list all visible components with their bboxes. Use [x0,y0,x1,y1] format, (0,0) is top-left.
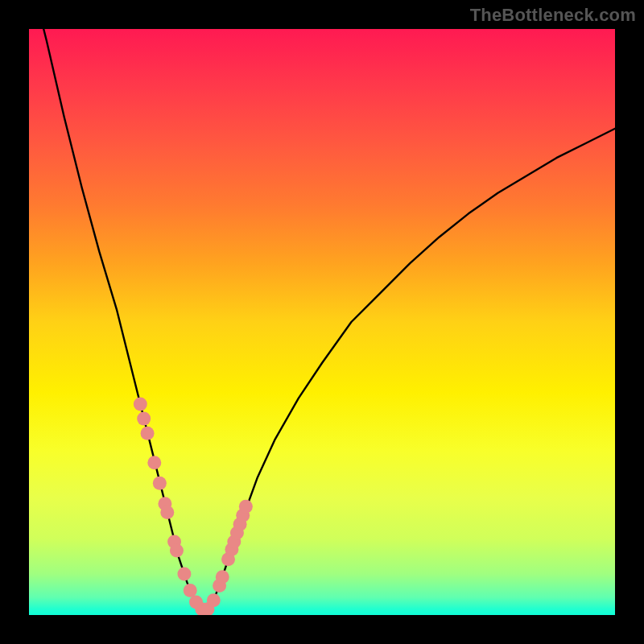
data-point [160,506,174,519]
data-point-markers [134,397,253,615]
data-point [170,543,184,557]
data-point [184,584,197,597]
data-point [147,456,161,469]
data-point [207,593,221,607]
data-point [216,570,229,584]
data-point [141,427,155,440]
bottleneck-curve [29,29,615,609]
chart-container: TheBottleneck.com [0,0,644,644]
data-point [134,397,147,411]
data-point [239,500,253,514]
curve-svg [29,29,615,615]
data-point [137,412,151,426]
plot-area [29,29,615,615]
data-point [153,477,167,490]
watermark-text: TheBottleneck.com [470,5,636,26]
data-point [177,568,191,581]
